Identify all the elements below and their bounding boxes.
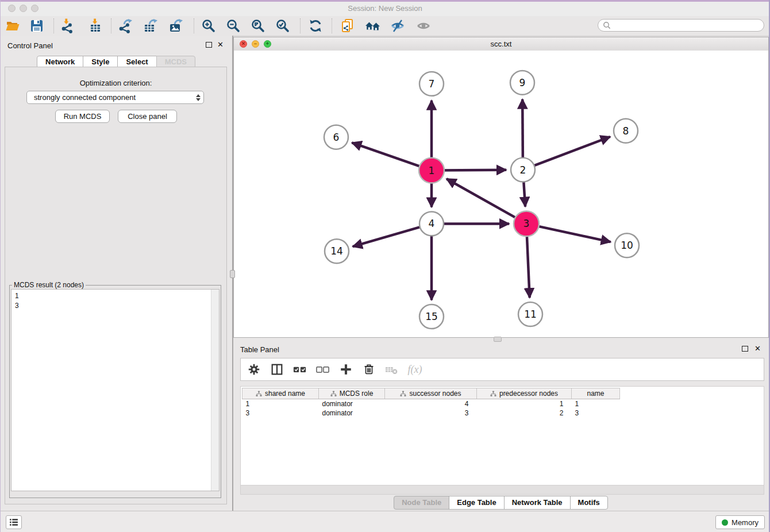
status-bar: Memory: [0, 511, 770, 532]
tab-network-table[interactable]: Network Table: [504, 496, 571, 510]
cell-name[interactable]: 1: [572, 399, 620, 409]
new-network-from-file-icon[interactable]: [340, 18, 356, 34]
float-panel-icon[interactable]: [206, 42, 212, 48]
horizontal-splitter-grip[interactable]: [494, 337, 502, 342]
column-header-name[interactable]: name: [572, 388, 620, 399]
export-network-icon[interactable]: [117, 18, 133, 34]
mcds-tab-content: Optimization criterion: strongly connect…: [5, 67, 227, 504]
zoom-in-icon[interactable]: [201, 18, 217, 34]
column-header-shared-name[interactable]: shared name: [242, 388, 319, 399]
network-canvas[interactable]: 7968124314101511: [234, 51, 768, 337]
zoom-out-icon[interactable]: [225, 18, 241, 34]
graph-edge-3-1[interactable]: [446, 179, 526, 223]
import-table-icon[interactable]: [87, 18, 103, 34]
hide-selected-icon[interactable]: [390, 18, 406, 34]
column-header-mcds-role[interactable]: MCDS role: [319, 388, 385, 399]
table-header-row: shared name MCDS role successor nodes pr…: [242, 388, 620, 399]
graph-node-label: 8: [623, 125, 629, 137]
column-type-icon: [256, 391, 262, 397]
criterion-select[interactable]: strongly connected component: [26, 91, 204, 104]
import-network-icon[interactable]: [60, 18, 76, 34]
mcds-result-title: MCDS result (2 nodes): [12, 281, 86, 289]
cell-shared-name[interactable]: 1: [242, 399, 319, 409]
network-title: scc.txt: [234, 40, 768, 48]
toolbar-separator: [300, 18, 301, 33]
column-type-icon: [490, 391, 496, 397]
split-view-icon[interactable]: [270, 362, 284, 377]
network-window-titlebar[interactable]: ✕ − + scc.txt: [234, 37, 768, 51]
task-history-button[interactable]: [6, 515, 22, 529]
result-scrollbar[interactable]: [211, 290, 219, 491]
table-panel-title: Table Panel: [240, 345, 279, 354]
task-list-icon: [8, 516, 20, 528]
search-input[interactable]: [598, 19, 764, 32]
close-panel-icon[interactable]: ✕: [217, 41, 224, 48]
column-header-predecessor-nodes[interactable]: predecessor nodes: [477, 388, 572, 399]
table-row[interactable]: 1 dominator 4 1 1: [242, 399, 620, 409]
cell-shared-name[interactable]: 3: [242, 408, 319, 418]
graph-node-label: 6: [333, 132, 340, 143]
vertical-splitter-grip[interactable]: [230, 270, 235, 278]
close-panel-button[interactable]: Close panel: [118, 110, 177, 123]
table-panel: Table Panel ✕ f(x): [233, 343, 769, 511]
cell-name[interactable]: 3: [572, 408, 620, 418]
mcds-result-group: MCDS result (2 nodes) 1 3: [9, 281, 221, 498]
close-table-panel-icon[interactable]: ✕: [754, 345, 761, 352]
table-toolbar: f(x): [240, 358, 764, 381]
mcds-result-box[interactable]: 1 3: [11, 289, 220, 491]
graph-node-label: 14: [330, 245, 343, 257]
cell-predecessor-nodes[interactable]: 1: [477, 399, 572, 409]
graph-node-label: 15: [425, 311, 438, 322]
memory-label: Memory: [732, 518, 759, 527]
cell-mcds-role[interactable]: dominator: [319, 408, 385, 418]
window-frame-top: [0, 0, 770, 2]
window-frame-left: [0, 0, 1, 532]
column-header-successor-nodes[interactable]: successor nodes: [385, 388, 477, 399]
delete-column-trash-icon[interactable]: [361, 362, 376, 377]
node-table: shared name MCDS role successor nodes pr…: [242, 388, 620, 418]
session-title: Session: New Session: [0, 4, 770, 13]
graph-edge-2-8[interactable]: [523, 137, 610, 170]
first-neighbors-icon[interactable]: [365, 18, 381, 34]
cell-successor-nodes[interactable]: 4: [385, 399, 477, 409]
table-row[interactable]: 3 dominator 3 2 3: [242, 408, 620, 418]
graph-node-label: 9: [519, 77, 526, 88]
column-type-icon: [400, 391, 406, 397]
cell-successor-nodes[interactable]: 3: [385, 408, 477, 418]
select-all-checkboxes-icon[interactable]: [292, 362, 307, 377]
cell-predecessor-nodes[interactable]: 2: [477, 408, 572, 418]
cell-mcds-role[interactable]: dominator: [319, 399, 385, 409]
save-session-icon[interactable]: [29, 18, 45, 34]
delete-table-icon[interactable]: [384, 362, 399, 377]
memory-button[interactable]: Memory: [715, 515, 765, 529]
titlebar[interactable]: Session: New Session: [0, 2, 770, 17]
graph-node-label: 7: [429, 78, 435, 90]
zoom-fit-icon[interactable]: [250, 18, 266, 34]
export-image-icon[interactable]: [167, 18, 183, 34]
run-mcds-button[interactable]: Run MCDS: [55, 110, 110, 123]
open-session-icon[interactable]: [5, 18, 21, 34]
network-graph[interactable]: 7968124314101511: [234, 51, 768, 337]
control-panel: Control Panel ✕ Network Style Select MCD…: [1, 36, 232, 511]
add-column-icon[interactable]: [338, 362, 353, 377]
tab-motifs[interactable]: Motifs: [570, 496, 608, 510]
graph-node-label: 4: [429, 218, 435, 229]
network-view-window: ✕ − + scc.txt 7968124314101511: [233, 37, 769, 338]
toolbar-separator: [332, 18, 332, 33]
export-table-icon[interactable]: [142, 18, 158, 34]
toolbar-separator: [111, 18, 111, 33]
float-table-panel-icon[interactable]: [742, 346, 748, 352]
graph-node-label: 11: [524, 309, 537, 320]
memory-status-icon: [722, 519, 728, 526]
apply-layout-icon[interactable]: [307, 18, 324, 34]
zoom-selected-icon[interactable]: [275, 18, 291, 34]
deselect-all-checkboxes-icon[interactable]: [315, 362, 330, 377]
settings-gear-icon[interactable]: [247, 362, 261, 377]
tab-edge-table[interactable]: Edge Table: [449, 496, 504, 510]
node-table-area[interactable]: shared name MCDS role successor nodes pr…: [240, 386, 764, 485]
tab-node-table[interactable]: Node Table: [394, 496, 449, 510]
show-all-icon[interactable]: [415, 18, 432, 34]
mcds-result-line: 1: [15, 291, 215, 301]
function-builder-icon[interactable]: f(x): [407, 362, 422, 377]
control-panel-title: Control Panel: [7, 41, 53, 50]
